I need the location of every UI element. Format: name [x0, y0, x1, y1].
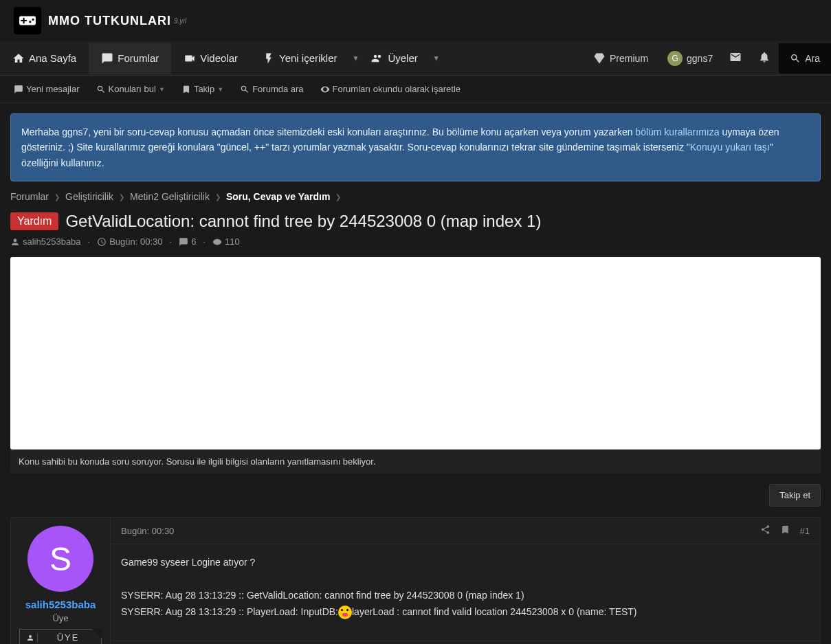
bolt-icon: [263, 52, 275, 65]
nav-premium-label: Premium: [610, 53, 648, 64]
comment-icon: [14, 85, 23, 94]
logo-text: MMO TUTKUNLARI: [48, 14, 171, 28]
meta-replies: 6: [179, 236, 196, 247]
notice-link-rules[interactable]: bölüm kurallarımıza: [635, 126, 719, 137]
thread-title-text: GetValidLocation: cannot find tree by 24…: [65, 212, 541, 231]
subnav: Yeni mesajlar Konuları bul ▼ Takip ▼ For…: [0, 76, 831, 103]
users-icon: [371, 52, 384, 65]
gamepad-icon: [14, 7, 41, 34]
mail-icon[interactable]: [721, 41, 750, 75]
thread-title: Yardım GetValidLocation: cannot find tre…: [10, 212, 821, 231]
search-icon: [96, 85, 106, 94]
post: S salih5253baba Üye ÜYE Mesaj:17 Beğeni:…: [10, 517, 821, 644]
meta-views: 110: [212, 236, 240, 247]
chevron-down-icon: ▼: [159, 86, 165, 93]
reply-icon: [179, 237, 188, 247]
post-content: Game99 syseer Logine atıyor ? SYSERR: Au…: [111, 544, 820, 641]
post-user-role: Üye: [19, 613, 102, 623]
chevron-down-icon[interactable]: ▼: [353, 54, 359, 62]
bookmark-icon[interactable]: [780, 524, 790, 537]
thread-meta: salih5253baba · Bugün: 00:30 · 6 · 110: [10, 236, 821, 247]
post-user-panel: S salih5253baba Üye ÜYE Mesaj:17 Beğeni:…: [11, 518, 111, 644]
post-username[interactable]: salih5253baba: [19, 599, 102, 610]
follow-thread-button[interactable]: Takip et: [769, 484, 821, 507]
site-logo[interactable]: MMO TUTKUNLARI 9.yıl: [0, 0, 831, 41]
clock-icon: [97, 237, 107, 247]
search-icon: [790, 53, 801, 64]
chevron-down-icon[interactable]: ▼: [433, 54, 440, 62]
nav-members[interactable]: Üyeler: [359, 43, 430, 74]
chevron-right-icon: ❯: [54, 193, 60, 201]
chat-icon: [101, 52, 113, 65]
subnav-find-topics[interactable]: Konuları bul ▼: [89, 78, 172, 100]
nav-premium[interactable]: Premium: [582, 43, 659, 74]
notice-box: Merhaba ggns7, yeni bir soru-cevap konus…: [10, 113, 821, 181]
breadcrumb-item[interactable]: Forumlar: [10, 191, 49, 202]
meta-author[interactable]: salih5253baba: [10, 236, 81, 247]
ad-placeholder: [10, 257, 821, 449]
notice-link-bump[interactable]: Konuyu yukarı taşı: [690, 142, 770, 153]
nav-home-label: Ana Sayfa: [29, 52, 76, 64]
breadcrumb-item[interactable]: Geliştiricilik: [65, 191, 113, 202]
chevron-right-icon: ❯: [215, 193, 221, 201]
user-avatar-small: G: [667, 51, 683, 66]
breadcrumb-item[interactable]: Metin2 Geliştiricilik: [130, 191, 210, 202]
video-icon: [184, 52, 196, 65]
home-icon: [12, 52, 25, 65]
logo-year: 9.yıl: [174, 17, 186, 25]
nav-search-label: Ara: [805, 53, 820, 64]
bookmark-icon: [181, 85, 191, 94]
subnav-new-messages[interactable]: Yeni mesajlar: [7, 78, 87, 100]
person-icon: [10, 237, 20, 247]
post-footer: Raporla Beğen: [111, 641, 820, 644]
subnav-mark-read[interactable]: Forumları okundu olarak işaretle: [313, 78, 467, 100]
question-notice: Konu sahibi bu konuda soru soruyor. Soru…: [10, 449, 821, 474]
user-avatar[interactable]: S: [27, 526, 93, 592]
share-icon[interactable]: [760, 524, 771, 537]
search-icon: [240, 85, 250, 94]
nav-forums-label: Forumlar: [118, 52, 159, 64]
nav-user[interactable]: G ggns7: [659, 44, 721, 73]
chevron-right-icon: ❯: [119, 193, 124, 201]
nav-forums[interactable]: Forumlar: [89, 43, 171, 74]
diamond-icon: [593, 52, 606, 65]
subnav-follow[interactable]: Takip ▼: [175, 78, 230, 100]
nav-home[interactable]: Ana Sayfa: [0, 43, 89, 74]
chevron-down-icon: ▼: [217, 86, 223, 93]
chevron-right-icon: ❯: [335, 193, 341, 201]
nav-videos[interactable]: Videolar: [171, 43, 250, 74]
nav-new-content[interactable]: Yeni içerikler: [250, 43, 350, 74]
eye-slash-icon: [320, 85, 330, 94]
bell-icon[interactable]: [750, 41, 779, 75]
breadcrumb-item[interactable]: Soru, Cevap ve Yardım: [226, 191, 330, 202]
nav-search[interactable]: Ara: [779, 43, 831, 74]
main-nav: Ana Sayfa Forumlar Videolar Yeni içerikl…: [0, 41, 831, 76]
subnav-search-forum[interactable]: Forumda ara: [233, 78, 310, 100]
emoji-tongue: [338, 606, 352, 619]
nav-members-label: Üyeler: [388, 52, 417, 64]
person-icon: [23, 634, 38, 642]
eye-icon: [212, 237, 222, 247]
post-number[interactable]: #1: [800, 526, 810, 536]
post-body: Bugün: 00:30 #1 Game99 syseer Logine atı…: [111, 518, 820, 644]
badge-help: Yardım: [10, 212, 58, 230]
nav-new-content-label: Yeni içerikler: [279, 52, 337, 64]
user-badge: ÜYE: [19, 629, 102, 644]
breadcrumb: Forumlar ❯ Geliştiricilik ❯ Metin2 Geliş…: [10, 181, 821, 212]
post-header: Bugün: 00:30 #1: [111, 518, 820, 544]
meta-date: Bugün: 00:30: [97, 236, 162, 247]
nav-videos-label: Videolar: [200, 52, 238, 64]
post-timestamp[interactable]: Bugün: 00:30: [121, 526, 174, 536]
nav-username: ggns7: [687, 53, 713, 64]
